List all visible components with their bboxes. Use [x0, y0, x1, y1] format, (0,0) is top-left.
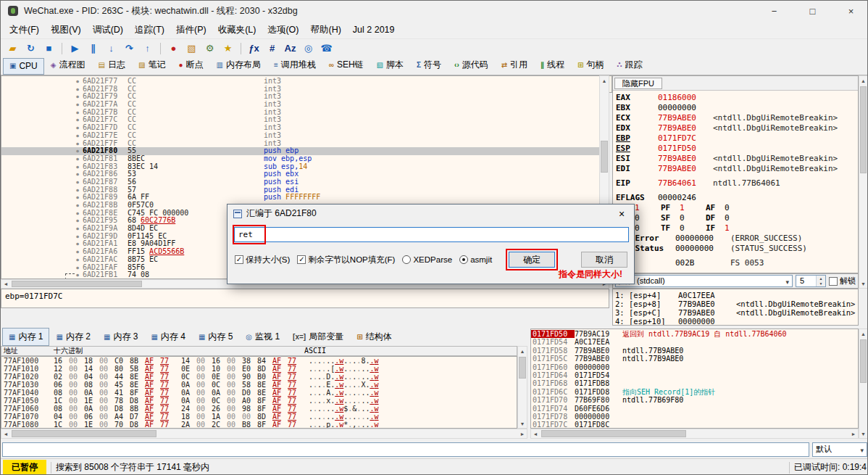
scrollbar-thumb[interactable] — [519, 357, 526, 379]
title-bar[interactable]: WeChat.exe - PID: 263C - 模块: wechatwin.d… — [1, 1, 867, 21]
attach-icon[interactable]: ☎ — [318, 41, 335, 57]
run-icon[interactable]: ▶ — [67, 41, 83, 57]
argument-count-stepper[interactable]: 5 — [796, 275, 826, 287]
registers-vertical-scrollbar[interactable] — [859, 75, 868, 289]
pause-icon[interactable]: ∥ — [85, 41, 101, 57]
asmjit-radio[interactable]: asmjit — [459, 255, 492, 264]
dump-row[interactable]: 77AF1010 12001400805BAF770E001000E08DAF7… — [1, 365, 517, 373]
run-until-return-icon[interactable]: ↑ — [139, 41, 156, 57]
dialog-close-icon[interactable]: × — [609, 205, 634, 223]
scroll-up-arrow[interactable] — [859, 329, 867, 338]
register-row[interactable]: EBP 0171FD7C — [616, 133, 855, 144]
open-file-icon[interactable]: ▰ — [4, 41, 21, 57]
scroll-down-arrow[interactable] — [859, 429, 867, 438]
scroll-up-arrow[interactable] — [600, 76, 609, 85]
stack-vertical-scrollbar[interactable] — [859, 329, 868, 439]
dump-row[interactable]: 77AF1040 08000A00418FAF770A000A00D08EAF7… — [1, 389, 517, 397]
tab-breakpoints[interactable]: ● 断点 — [172, 56, 209, 75]
dump-row[interactable]: 77AF1000 16001800C08BAF77140016003884AF7… — [1, 357, 517, 365]
register-row[interactable]: GS 002B FS 0053 — [616, 258, 855, 268]
register-row[interactable]: ECX 77B9ABE0 <ntdll.DbgUiRemoteBreakin> — [616, 113, 855, 123]
tab-handles[interactable]: ⊞ 句柄 — [571, 56, 610, 75]
dump-row[interactable]: 77AF1020 02000400448EAF770C000E0090B0AF7… — [1, 373, 517, 381]
scroll-down-arrow[interactable] — [859, 279, 867, 288]
spin-down-icon[interactable] — [817, 281, 825, 287]
flags-row[interactable]: ZF1 PF1 AF0 — [616, 203, 855, 213]
register-row[interactable]: ESP 0171FD50 — [616, 144, 855, 154]
tab-trace[interactable]: ∴ 跟踪 — [611, 56, 649, 75]
tab-references[interactable]: ⇄ 引用 — [495, 56, 534, 75]
menu-plugins[interactable]: 插件(P) — [170, 22, 212, 38]
xedparse-radio[interactable]: XEDParse — [402, 255, 452, 264]
spin-up-icon[interactable] — [817, 276, 825, 281]
menu-view[interactable]: 视图(V) — [45, 22, 87, 38]
restart-icon[interactable]: ↻ — [22, 41, 39, 57]
tab-memory-map[interactable]: ▥ 内存布局 — [209, 56, 267, 75]
stack-row[interactable]: 0171FD54 A0C17EEA — [531, 338, 858, 346]
assembly-instruction-input[interactable] — [234, 227, 629, 242]
argument-row[interactable]: 2: [esp+8] 77B9ABE0 <ntdll.DbgUiRemoteBr… — [613, 300, 858, 308]
hash-icon[interactable]: # — [264, 41, 280, 57]
tab-dump-5[interactable]: ▦ 内存 5 — [192, 328, 239, 346]
hide-fpu-button[interactable]: 隐藏FPU — [614, 78, 662, 89]
ok-button[interactable]: 确定 — [509, 252, 555, 268]
stack-row[interactable]: 0171FD78 00000000 — [531, 413, 858, 421]
tab-cpu[interactable]: ▣ CPU — [3, 58, 44, 75]
dump-row[interactable]: 77AF1060 08000A00D88BAF7724002600988FAF7… — [1, 405, 517, 413]
tab-seh-chain[interactable]: ∞ SEH链 — [322, 56, 370, 75]
scroll-left-arrow[interactable] — [1, 429, 10, 438]
step-over-icon[interactable]: ↷ — [121, 41, 138, 57]
register-row[interactable]: LastStatus 00000000 (STATUS_SUCCESS) — [616, 244, 855, 254]
scrollbar-thumb[interactable] — [12, 430, 157, 437]
argument-row[interactable]: 1: [esp+4] A0C17EEA — [613, 291, 858, 300]
register-row[interactable]: ESI 77B9ABE0 <ntdll.DbgUiRemoteBreakin> — [616, 154, 855, 164]
stack-row[interactable]: 0171FD68 0171FDB8 — [531, 379, 858, 387]
stack-row[interactable]: 0171FD6C 0171FDD8 指向SEH_Record[1]的指针 — [531, 388, 858, 396]
register-row[interactable]: LastError 00000000 (ERROR_SUCCESS) — [616, 234, 855, 244]
settings-icon[interactable]: ⚙ — [201, 41, 218, 57]
tab-dump-2[interactable]: ▦ 内存 2 — [49, 328, 96, 346]
register-row[interactable]: EDI 77B9ABE0 <ntdll.DbgUiRemoteBreakin> — [616, 164, 855, 174]
calling-convention-select[interactable]: 默认 (stdcall) — [615, 275, 793, 287]
unlock-checkbox[interactable]: 解锁 — [829, 276, 856, 286]
dump-vertical-scrollbar[interactable] — [517, 346, 527, 429]
step-into-icon[interactable]: ↓ — [103, 41, 120, 57]
nop-fill-checkbox[interactable]: 剩余字节以NOP填充(F) — [297, 255, 395, 265]
dump-row[interactable]: 77AF1050 1C001E0078D8AF770A000C00A08FAF7… — [1, 397, 517, 405]
menu-help[interactable]: 帮助(H) — [304, 22, 346, 38]
register-row[interactable]: EIP 77B64061 ntdll.77B64061 — [616, 178, 855, 189]
assemble-icon[interactable]: ƒx — [246, 41, 262, 57]
stack-horizontal-scrollbar[interactable] — [530, 429, 859, 439]
minimize-button[interactable]: − — [758, 1, 790, 21]
maximize-button[interactable]: □ — [796, 1, 829, 21]
scroll-left-arrow[interactable] — [1, 280, 10, 288]
tab-log[interactable]: ▤ 日志 — [92, 56, 132, 75]
register-row[interactable]: EFLAGS 00000246 — [616, 193, 855, 203]
dump-row[interactable]: 77AF1030 06000800458EAF770A000C00588EAF7… — [1, 381, 517, 389]
cancel-button[interactable]: 取消 — [581, 252, 627, 268]
tab-graph[interactable]: ◈ 流程图 — [44, 56, 92, 75]
register-row[interactable]: EAX 01186000 — [616, 93, 855, 103]
menu-file[interactable]: 文件(F) — [4, 22, 45, 38]
dump-row[interactable]: 77AF1080 1C001E0070D8AF772A002C00B88FAF7… — [1, 421, 517, 429]
stop-icon[interactable]: ■ — [41, 41, 57, 57]
scrollbar-thumb[interactable] — [541, 430, 686, 437]
tab-source[interactable]: ‹› 源代码 — [448, 56, 495, 75]
flags-row[interactable]: CF0 TF0 IF1 — [616, 223, 855, 234]
register-row[interactable]: EBX 00000000 — [616, 103, 855, 113]
breakpoint-icon[interactable]: ● — [165, 41, 182, 57]
scroll-up-arrow[interactable] — [518, 347, 527, 355]
keep-size-checkbox[interactable]: 保持大小(S) — [235, 255, 290, 265]
scrollbar-thumb[interactable] — [601, 141, 608, 173]
dump-horizontal-scrollbar[interactable] — [1, 429, 527, 439]
scroll-right-arrow[interactable] — [518, 429, 527, 438]
stack-row[interactable]: 0171FD7C 0171FD8C — [531, 421, 858, 429]
stack-row[interactable]: 0171FD74 D60FE6D6 — [531, 405, 858, 413]
disassembly-row[interactable]: ● 6AD21F7E CC int3 — [1, 132, 599, 140]
stack-row[interactable]: 0171FD70 77B69F80 ntdll.77B69F80 — [531, 396, 858, 404]
menu-favourites[interactable]: 收藏夹(L) — [212, 22, 262, 38]
flags-row[interactable]: OF0 SF0 DF0 — [616, 213, 855, 223]
stack-row[interactable]: 0171FD50 77B9AC19 返回到 ntdll.77B9AC19 自 n… — [531, 330, 858, 338]
tab-struct[interactable]: ⊞ 结构体 — [350, 328, 398, 346]
tab-watch-1[interactable]: ◎ 监视 1 — [239, 328, 286, 346]
